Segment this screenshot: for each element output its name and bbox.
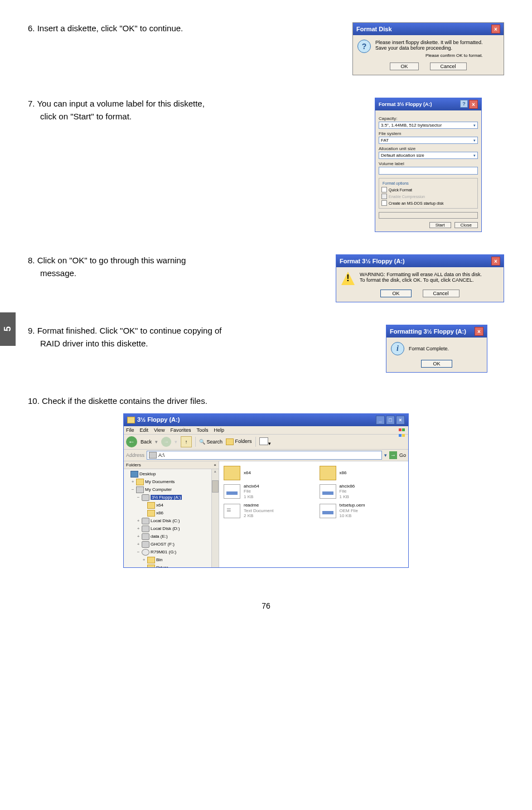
windows-flag-icon: [398, 427, 406, 434]
chevron-down-icon[interactable]: ▾: [384, 452, 387, 458]
file-item[interactable]: x64: [224, 466, 308, 480]
tree-node[interactable]: −3½ Floppy (A:): [125, 494, 217, 502]
step-6-text: 6. Insert a diskette, click "OK" to cont…: [28, 22, 352, 35]
file-item[interactable]: ahcix86File1 KB: [320, 484, 404, 500]
close-icon[interactable]: ×: [396, 416, 405, 425]
step-7-text: click on "Start" to format.: [28, 110, 364, 123]
dialog-message: Please insert floppy diskette. It will b…: [375, 40, 483, 45]
menu-favorites[interactable]: Favorites: [170, 427, 191, 433]
maximize-icon[interactable]: □: [386, 416, 395, 425]
scrollbar[interactable]: ▴: [211, 469, 219, 567]
folder-tree[interactable]: Desktop+My Documents−My Computer−3½ Flop…: [124, 469, 219, 567]
menu-help[interactable]: Help: [214, 427, 224, 433]
allocation-select[interactable]: Default allocation size▾: [379, 152, 478, 159]
format-floppy-dialog: Format 3½ Floppy (A:) ? × Capacity: 3.5"…: [375, 98, 482, 232]
tree-node[interactable]: +GHOST (F:): [125, 541, 217, 548]
chevron-down-icon: ▾: [473, 138, 476, 143]
tree-node[interactable]: −Driver: [125, 564, 217, 567]
file-item[interactable]: readmeText Document2 KB: [224, 503, 308, 519]
address-input[interactable]: A:\: [147, 451, 382, 460]
views-button[interactable]: ▾: [259, 437, 271, 446]
dialog-title: Format Disk: [356, 26, 392, 32]
go-label: Go: [399, 452, 406, 458]
dialog-message: To format the disk, click OK. To quit, c…: [360, 277, 482, 283]
ok-button[interactable]: OK: [390, 62, 418, 70]
format-disk-dialog: Format Disk × ? Please insert floppy dis…: [352, 22, 504, 75]
volume-label-input[interactable]: [379, 167, 478, 175]
file-item[interactable]: x86: [320, 466, 404, 480]
progress-bar: [379, 212, 478, 219]
menu-file[interactable]: File: [126, 427, 134, 433]
page-section-tab: 5: [0, 312, 16, 346]
ok-button[interactable]: OK: [421, 360, 452, 368]
capacity-select[interactable]: 3.5", 1.44MB, 512 bytes/sector▾: [379, 122, 478, 129]
format-options-group: Format options: [381, 181, 410, 185]
dialog-title: Format 3½ Floppy (A:): [340, 258, 405, 264]
up-button[interactable]: ↑: [181, 436, 192, 447]
tree-node[interactable]: −My Computer: [125, 486, 217, 494]
file-item[interactable]: txtsetup.oemOEM File10 KB: [320, 503, 404, 519]
close-icon[interactable]: ×: [491, 257, 500, 266]
file-list: x64x86ahcix64File1 KBahcix86File1 KBread…: [219, 461, 408, 567]
filesystem-label: File system: [379, 131, 478, 136]
dialog-message: Format Complete.: [409, 346, 449, 351]
step-9-text: RAID driver into this diskette.: [28, 338, 375, 350]
info-icon: i: [391, 342, 404, 355]
format-warning-dialog: Format 3½ Floppy (A:) × ! WARNING: Forma…: [336, 254, 504, 302]
step-9-text: 9. Format finished. Click "OK" to contin…: [28, 325, 375, 338]
close-icon[interactable]: ×: [491, 25, 500, 33]
back-button[interactable]: ←: [126, 436, 137, 447]
menu-view[interactable]: View: [154, 427, 165, 433]
minimize-icon[interactable]: _: [376, 416, 385, 425]
cancel-button[interactable]: Cancel: [430, 62, 467, 70]
close-pane-icon[interactable]: ×: [214, 462, 216, 467]
help-icon[interactable]: ?: [460, 100, 468, 108]
cancel-button[interactable]: Cancel: [423, 290, 460, 297]
tree-node[interactable]: +My Documents: [125, 478, 217, 486]
window-title: 3½ Floppy (A:): [137, 416, 180, 423]
close-button[interactable]: Close: [454, 222, 478, 228]
explorer-window: 3½ Floppy (A:) _ □ × File Edit View Favo…: [123, 413, 409, 568]
floppy-icon: [149, 452, 157, 459]
volume-label-label: Volume label: [379, 161, 478, 166]
tree-node[interactable]: +data (E:): [125, 533, 217, 541]
dialog-message: Please confirm OK to format.: [375, 53, 483, 58]
msdos-checkbox[interactable]: [381, 200, 387, 206]
dialog-message: WARNING: Formatting will erase ALL data …: [360, 272, 482, 277]
ok-button[interactable]: OK: [380, 290, 411, 297]
folders-pane-title: Folders: [126, 462, 141, 467]
dialog-title: Format 3½ Floppy (A:): [379, 102, 432, 107]
menu-edit[interactable]: Edit: [140, 427, 149, 433]
start-button[interactable]: Start: [429, 222, 451, 228]
file-item[interactable]: ahcix64File1 KB: [224, 484, 308, 500]
tree-node[interactable]: Desktop: [125, 470, 217, 478]
tree-node[interactable]: x86: [125, 509, 217, 517]
menu-bar: File Edit View Favorites Tools Help: [124, 426, 408, 435]
quick-format-checkbox[interactable]: [381, 187, 387, 192]
filesystem-select[interactable]: FAT▾: [379, 137, 478, 144]
close-icon[interactable]: ×: [469, 100, 478, 109]
step-8-text: message.: [28, 267, 325, 280]
forward-button[interactable]: →: [161, 437, 171, 447]
tree-node[interactable]: +Local Disk (C:): [125, 517, 217, 525]
dialog-message: Save your data before proceeding.: [375, 45, 483, 51]
search-button[interactable]: 🔍 Search: [199, 439, 223, 445]
address-label: Address: [126, 452, 144, 458]
step-10-text: 10. Check if the diskette contains the d…: [28, 395, 504, 408]
chevron-down-icon: ▾: [473, 123, 476, 128]
menu-tools[interactable]: Tools: [196, 427, 208, 433]
tree-node[interactable]: −R79M01 (G:): [125, 548, 217, 556]
close-icon[interactable]: ×: [475, 327, 483, 336]
dialog-title: Formatting 3½ Floppy (A:): [390, 328, 466, 335]
step-8-text: 8. Click on "OK" to go through this warn…: [28, 254, 325, 267]
capacity-label: Capacity:: [379, 116, 478, 121]
tree-node[interactable]: x64: [125, 502, 217, 509]
page-number: 76: [28, 601, 504, 610]
folders-button[interactable]: Folders: [226, 438, 252, 445]
tree-node[interactable]: +Bin: [125, 556, 217, 564]
warning-icon: !: [341, 272, 355, 285]
tree-node[interactable]: +Local Disk (D:): [125, 525, 217, 533]
question-icon: ?: [357, 40, 371, 53]
go-button[interactable]: →: [389, 451, 397, 459]
format-complete-dialog: Formatting 3½ Floppy (A:) × i Format Com…: [386, 325, 487, 373]
